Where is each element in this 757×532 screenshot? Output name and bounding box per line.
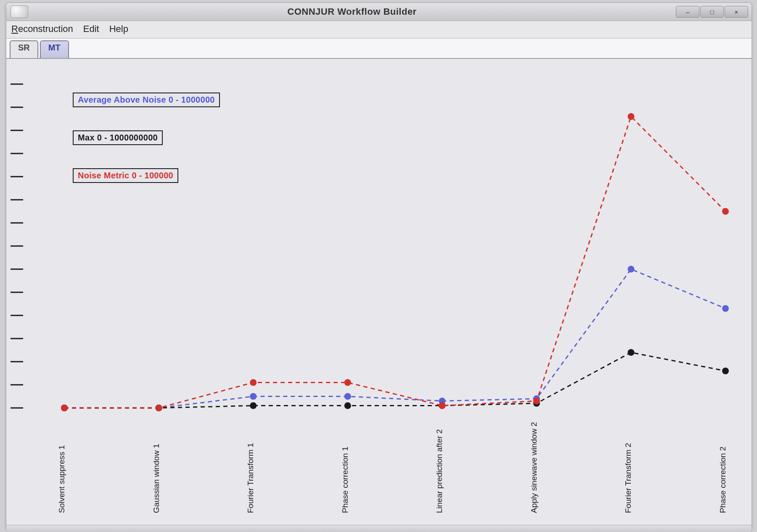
svg-point-35	[439, 402, 445, 409]
svg-point-17	[250, 393, 257, 400]
svg-point-37	[627, 113, 634, 120]
svg-text:Gaussian window 1: Gaussian window 1	[152, 444, 161, 513]
svg-point-34	[344, 379, 351, 386]
chart-area: Average Above Noise 0 - 1000000 Max 0 - …	[6, 59, 752, 525]
statusbar	[6, 525, 752, 532]
window-title: CONNJUR Workflow Builder	[28, 6, 676, 17]
tab-sr[interactable]: SR	[10, 40, 38, 58]
svg-point-38	[722, 208, 729, 215]
svg-point-33	[250, 379, 257, 386]
svg-point-29	[627, 349, 634, 356]
svg-text:Linear prediction after 2: Linear prediction after 2	[435, 429, 444, 513]
svg-point-30	[722, 368, 729, 374]
svg-point-22	[722, 305, 729, 312]
close-button[interactable]: ×	[725, 6, 748, 18]
window-controls: – □ ×	[676, 6, 748, 18]
svg-point-21	[627, 266, 634, 273]
minimize-button[interactable]: –	[676, 6, 699, 18]
menu-edit[interactable]: Edit	[83, 24, 99, 34]
tabstrip: SR MT	[6, 39, 752, 59]
svg-text:Phase correction 2: Phase correction 2	[718, 447, 727, 513]
svg-text:Fourier Transform 2: Fourier Transform 2	[624, 443, 633, 513]
svg-point-31	[61, 405, 68, 411]
svg-point-36	[533, 398, 540, 405]
svg-text:Phase correction 1: Phase correction 1	[341, 447, 349, 513]
maximize-button[interactable]: □	[700, 6, 724, 18]
svg-point-18	[344, 393, 351, 400]
svg-point-32	[156, 405, 162, 411]
tab-mt[interactable]: MT	[40, 40, 69, 58]
titlebar: CONNJUR Workflow Builder – □ ×	[6, 3, 752, 21]
metrics-chart: Solvent suppress 1Gaussian window 1Fouri…	[6, 59, 751, 525]
menu-reconstruction[interactable]: Reconstruction	[11, 24, 73, 34]
svg-text:Apply sinewave window 2: Apply sinewave window 2	[529, 422, 538, 513]
svg-point-26	[344, 402, 351, 409]
menubar: Reconstruction Edit Help	[6, 21, 752, 39]
svg-text:Solvent suppress 1: Solvent suppress 1	[57, 445, 66, 513]
menu-help[interactable]: Help	[109, 24, 128, 34]
svg-point-25	[250, 402, 257, 409]
svg-text:Fourier Transform 1: Fourier Transform 1	[246, 443, 255, 513]
app-window: CONNJUR Workflow Builder – □ × Reconstru…	[6, 3, 752, 530]
app-icon	[11, 5, 28, 18]
